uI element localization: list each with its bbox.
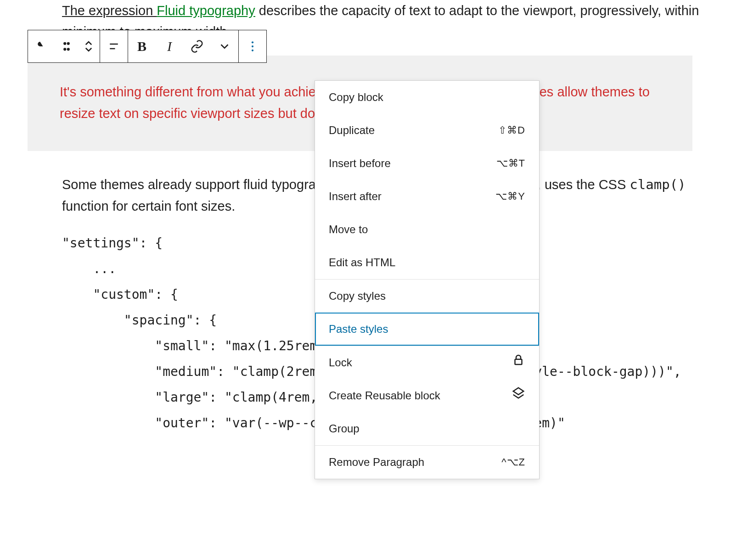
- menu-label: Remove Paragraph: [329, 454, 424, 471]
- link-icon[interactable]: [183, 30, 211, 62]
- menu-move-to[interactable]: Move to: [315, 213, 539, 246]
- menu-shortcut: ⇧⌘D: [498, 122, 525, 138]
- reusable-icon: [512, 386, 525, 405]
- menu-section-styles: Copy styles Paste styles: [315, 280, 539, 346]
- menu-section-block: Copy block Duplicate ⇧⌘D Insert before ⌥…: [315, 81, 539, 279]
- svg-point-7: [252, 45, 253, 47]
- options-button[interactable]: [239, 30, 266, 62]
- paragraph-block-icon[interactable]: [28, 30, 56, 62]
- clamp-code: clamp(): [630, 177, 686, 192]
- move-up-down-icon[interactable]: [78, 30, 100, 62]
- lock-icon: [512, 353, 525, 372]
- menu-paste-styles[interactable]: Paste styles: [315, 313, 539, 346]
- para2-prefix: Some themes already support fluid typogr…: [62, 177, 343, 192]
- menu-shortcut: ^⌥Z: [501, 454, 525, 470]
- menu-label: Duplicate: [329, 122, 375, 139]
- svg-point-6: [252, 41, 253, 43]
- menu-label: Edit as HTML: [329, 254, 395, 271]
- menu-label: Group: [329, 420, 360, 437]
- menu-shortcut: ⌥⌘Y: [495, 188, 525, 204]
- menu-copy-styles[interactable]: Copy styles: [315, 280, 539, 313]
- menu-edit-html[interactable]: Edit as HTML: [315, 246, 539, 279]
- menu-label: Create Reusable block: [329, 387, 440, 404]
- menu-create-reusable[interactable]: Create Reusable block: [315, 379, 539, 412]
- menu-label: Paste styles: [329, 320, 388, 338]
- more-rich-text-icon[interactable]: [211, 30, 238, 62]
- menu-duplicate[interactable]: Duplicate ⇧⌘D: [315, 114, 539, 147]
- menu-insert-after[interactable]: Insert after ⌥⌘Y: [315, 180, 539, 213]
- para2-tail: function for certain font sizes.: [62, 199, 235, 213]
- menu-label: Insert before: [329, 155, 391, 172]
- menu-label: Insert after: [329, 188, 382, 205]
- menu-insert-before[interactable]: Insert before ⌥⌘T: [315, 147, 539, 180]
- menu-label: Lock: [329, 354, 352, 371]
- menu-section-lock: Lock Create Reusable block Group: [315, 346, 539, 445]
- menu-remove-paragraph[interactable]: Remove Paragraph ^⌥Z: [315, 446, 539, 479]
- svg-point-8: [252, 50, 253, 51]
- italic-button[interactable]: I: [156, 30, 183, 62]
- menu-label: Copy styles: [329, 287, 386, 305]
- menu-shortcut: ⌥⌘T: [496, 155, 525, 171]
- svg-point-1: [67, 43, 69, 45]
- block-toolbar: B I: [28, 30, 267, 63]
- align-icon[interactable]: [100, 30, 128, 62]
- menu-label: Copy block: [329, 89, 383, 106]
- svg-rect-9: [515, 359, 522, 364]
- menu-label: Move to: [329, 221, 368, 238]
- block-options-menu: Copy block Duplicate ⇧⌘D Insert before ⌥…: [315, 80, 540, 479]
- fluid-typography-link[interactable]: Fluid typography: [157, 3, 255, 18]
- menu-copy-block[interactable]: Copy block: [315, 81, 539, 114]
- para1-prefix: The expression: [62, 3, 157, 18]
- svg-point-3: [67, 48, 69, 50]
- bold-button[interactable]: B: [128, 30, 156, 62]
- svg-point-2: [64, 48, 66, 50]
- drag-handle-icon[interactable]: [56, 30, 78, 62]
- svg-point-0: [64, 43, 66, 45]
- menu-section-remove: Remove Paragraph ^⌥Z: [315, 446, 539, 479]
- menu-lock[interactable]: Lock: [315, 346, 539, 379]
- menu-group[interactable]: Group: [315, 412, 539, 445]
